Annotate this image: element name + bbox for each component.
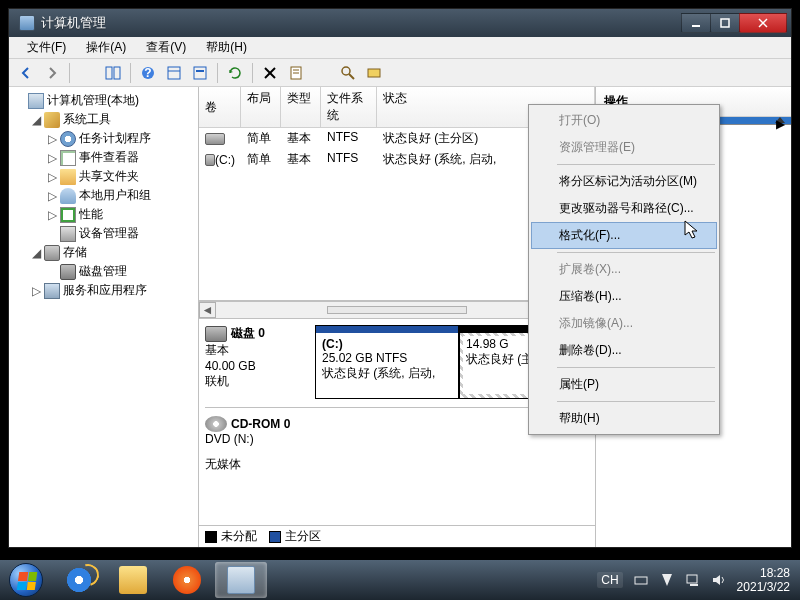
disk-icon <box>60 264 76 280</box>
ctx-mirror[interactable]: 添加镜像(A)... <box>531 310 717 337</box>
menu-file[interactable]: 文件(F) <box>17 37 76 58</box>
toolbar-button-5[interactable] <box>163 62 185 84</box>
cell: (C:) <box>215 153 235 167</box>
taskbar-explorer[interactable] <box>107 562 159 598</box>
taskbar[interactable]: CH 18:28 2021/3/22 <box>0 560 800 600</box>
partition-c[interactable]: (C:) 25.02 GB NTFS 状态良好 (系统, 启动, <box>315 325 459 399</box>
col-volume[interactable]: 卷 <box>199 87 241 127</box>
cell: NTFS <box>321 150 377 169</box>
cdrom-icon <box>205 416 227 432</box>
cell: 基本 <box>281 150 321 169</box>
scroll-left-icon[interactable]: ◄ <box>199 302 216 318</box>
disk-name: 磁盘 0 <box>231 325 265 342</box>
tree-root[interactable]: 计算机管理(本地) <box>13 91 198 110</box>
ctx-help[interactable]: 帮助(H) <box>531 405 717 432</box>
compmgmt-icon <box>227 566 255 594</box>
taskbar-ie[interactable] <box>53 562 105 598</box>
network-icon[interactable] <box>685 572 701 588</box>
more-actions-arrow-icon[interactable]: ▶ <box>776 117 785 131</box>
tree-device-manager[interactable]: 设备管理器 <box>45 224 198 243</box>
menu-view[interactable]: 查看(V) <box>136 37 196 58</box>
tree-label: 性能 <box>79 206 103 223</box>
disk-state: 联机 <box>205 373 309 390</box>
toolbar-button-6[interactable] <box>189 62 211 84</box>
taskbar-mediaplayer[interactable] <box>161 562 213 598</box>
col-type[interactable]: 类型 <box>281 87 321 127</box>
context-menu: 打开(O) 资源管理器(E) 将分区标记为活动分区(M) 更改驱动器号和路径(C… <box>528 104 720 435</box>
ctx-delete[interactable]: 删除卷(D)... <box>531 337 717 364</box>
tree-performance[interactable]: ▷性能 <box>45 205 198 224</box>
col-filesystem[interactable]: 文件系统 <box>321 87 377 127</box>
tray-icon[interactable] <box>633 572 649 588</box>
ctx-separator <box>557 164 715 165</box>
tree-label: 服务和应用程序 <box>63 282 147 299</box>
ctx-shrink[interactable]: 压缩卷(H)... <box>531 283 717 310</box>
tree-label: 共享文件夹 <box>79 168 139 185</box>
action-center-icon[interactable] <box>659 572 675 588</box>
computer-icon <box>28 93 44 109</box>
maximize-button[interactable] <box>710 13 740 33</box>
splitter-grip[interactable] <box>327 306 467 314</box>
menu-action[interactable]: 操作(A) <box>76 37 136 58</box>
wmp-icon <box>173 566 201 594</box>
ctx-format[interactable]: 格式化(F)... <box>531 222 717 249</box>
explorer-icon <box>119 566 147 594</box>
up-icon[interactable] <box>76 62 98 84</box>
ctx-explorer[interactable]: 资源管理器(E) <box>531 134 717 161</box>
start-button[interactable] <box>6 560 46 600</box>
back-button[interactable] <box>15 62 37 84</box>
ctx-open[interactable]: 打开(O) <box>531 107 717 134</box>
svg-rect-11 <box>196 70 204 72</box>
disk-kind: 基本 <box>205 342 309 359</box>
toolbar-button-last[interactable] <box>363 62 385 84</box>
tree-disk-management[interactable]: 磁盘管理 <box>45 262 198 281</box>
titlebar[interactable]: 计算机管理 <box>9 9 791 37</box>
tree-services-apps[interactable]: ▷服务和应用程序 <box>29 281 198 300</box>
refresh-button[interactable] <box>224 62 246 84</box>
ctx-change-letter[interactable]: 更改驱动器号和路径(C)... <box>531 195 717 222</box>
tree-storage[interactable]: ◢存储 <box>29 243 198 262</box>
window-title: 计算机管理 <box>41 14 682 32</box>
svg-rect-19 <box>368 69 380 77</box>
svg-rect-21 <box>687 575 697 583</box>
svg-rect-22 <box>690 584 698 586</box>
volume-icon[interactable] <box>711 572 727 588</box>
minimize-button[interactable] <box>681 13 711 33</box>
svg-point-17 <box>342 67 350 75</box>
tree-system-tools[interactable]: ◢系统工具 <box>29 110 198 129</box>
tree-event-viewer[interactable]: ▷事件查看器 <box>45 148 198 167</box>
tree-local-users[interactable]: ▷本地用户和组 <box>45 186 198 205</box>
cell: 基本 <box>281 129 321 148</box>
legend: 未分配 主分区 <box>199 525 595 547</box>
system-tray[interactable]: CH 18:28 2021/3/22 <box>587 560 800 600</box>
clock[interactable]: 18:28 2021/3/22 <box>737 566 790 595</box>
app-icon <box>19 15 35 31</box>
tree-label: 存储 <box>63 244 87 261</box>
menu-help[interactable]: 帮助(H) <box>196 37 257 58</box>
open-icon[interactable] <box>311 62 333 84</box>
show-hide-tree-button[interactable] <box>102 62 124 84</box>
ctx-mark-active[interactable]: 将分区标记为活动分区(M) <box>531 168 717 195</box>
forward-button[interactable] <box>41 62 63 84</box>
svg-rect-20 <box>635 577 647 584</box>
language-indicator[interactable]: CH <box>597 572 622 588</box>
ctx-properties[interactable]: 属性(P) <box>531 371 717 398</box>
cdrom-0-label[interactable]: CD-ROM 0 DVD (N:) 无媒体 <box>205 416 309 473</box>
delete-icon[interactable] <box>259 62 281 84</box>
properties-icon[interactable] <box>285 62 307 84</box>
tree-task-scheduler[interactable]: ▷任务计划程序 <box>45 129 198 148</box>
col-layout[interactable]: 布局 <box>241 87 281 127</box>
disk-0-label[interactable]: 磁盘 0 基本 40.00 GB 联机 <box>205 325 309 399</box>
ctx-extend[interactable]: 扩展卷(X)... <box>531 256 717 283</box>
help-toolbar-button[interactable]: ? <box>137 62 159 84</box>
taskbar-compmgmt[interactable] <box>215 562 267 598</box>
volume-icon <box>205 154 215 166</box>
tree-shared-folders[interactable]: ▷共享文件夹 <box>45 167 198 186</box>
navigation-tree[interactable]: 计算机管理(本地) ◢系统工具 ▷任务计划程序 ▷事件查看器 ▷共享文件夹 ▷本… <box>9 87 199 547</box>
svg-line-18 <box>349 74 354 79</box>
close-button[interactable] <box>739 13 787 33</box>
cell: 简单 <box>241 129 281 148</box>
ctx-separator <box>557 401 715 402</box>
find-icon[interactable] <box>337 62 359 84</box>
tree-label: 任务计划程序 <box>79 130 151 147</box>
